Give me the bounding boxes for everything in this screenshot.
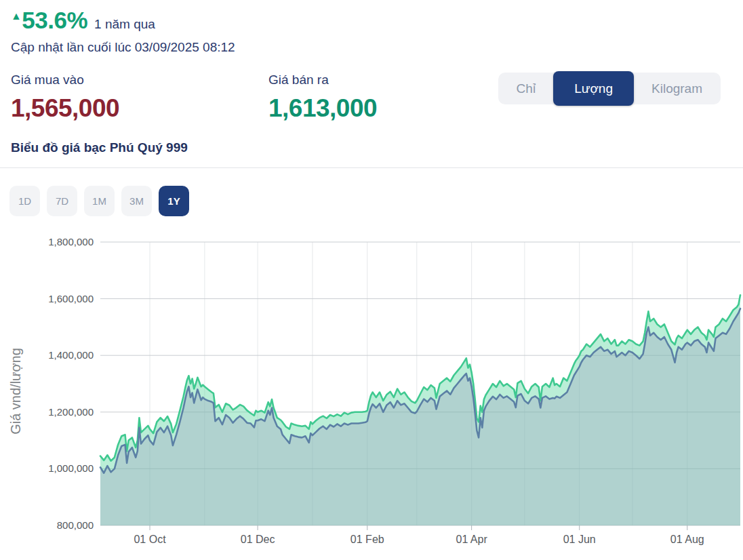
x-tick-label: 01 Oct — [134, 534, 166, 545]
chart-title: Biểu đồ giá bạc Phú Quý 999 — [11, 140, 732, 155]
price-chart[interactable]: 1,800,0001,600,0001,400,0001,200,0001,00… — [0, 228, 743, 547]
sell-price-value: 1,613,000 — [268, 94, 526, 123]
x-tick-label: 01 Dec — [241, 534, 275, 545]
range-selector: 1D 7D 1M 3M 1Y — [9, 186, 743, 216]
sell-price-block: Giá bán ra 1,613,000 — [268, 73, 526, 123]
range-button-1m[interactable]: 1M — [84, 186, 115, 216]
unit-toggle: Chỉ Lượng Kilogram — [498, 73, 721, 104]
y-tick-label: 1,600,000 — [48, 293, 94, 304]
x-tick-label: 01 Jun — [563, 534, 596, 545]
buy-price-block: Giá mua vào 1,565,000 — [11, 73, 268, 123]
change-percent-value: 53.6% — [22, 7, 87, 33]
range-button-3m[interactable]: 3M — [121, 186, 152, 216]
range-button-1y[interactable]: 1Y — [159, 186, 189, 216]
x-tick-label: 01 Apr — [456, 534, 487, 545]
change-row: ▲53.6% 1 năm qua — [11, 7, 732, 34]
buy-price-label: Giá mua vào — [11, 73, 268, 87]
y-axis-title: Giá vnd/lượng — [8, 348, 23, 435]
y-tick-label: 1,400,000 — [48, 349, 94, 361]
period-label: 1 năm qua — [94, 17, 155, 32]
last-updated-text: Cập nhật lần cuối lúc 03/09/2025 08:12 — [11, 40, 732, 55]
range-button-1d[interactable]: 1D — [9, 186, 40, 216]
price-chart-svg[interactable]: 1,800,0001,600,0001,400,0001,200,0001,00… — [0, 228, 743, 547]
unit-option-chi[interactable]: Chỉ — [498, 73, 555, 104]
y-tick-label: 1,200,000 — [48, 406, 94, 418]
up-arrow-icon: ▲ — [11, 10, 21, 22]
divider — [0, 167, 743, 168]
x-tick-label: 01 Feb — [350, 534, 384, 545]
y-tick-label: 1,800,000 — [48, 236, 94, 247]
unit-option-kilogram[interactable]: Kilogram — [633, 73, 721, 104]
y-tick-label: 1,000,000 — [48, 462, 94, 474]
buy-price-value: 1,565,000 — [11, 94, 268, 123]
range-button-7d[interactable]: 7D — [47, 186, 77, 216]
unit-option-luong[interactable]: Lượng — [553, 71, 634, 106]
x-tick-label: 01 Aug — [670, 534, 704, 545]
change-percent: ▲53.6% — [11, 7, 87, 34]
price-row: Giá mua vào 1,565,000 Giá bán ra 1,613,0… — [0, 73, 743, 123]
header: ▲53.6% 1 năm qua Cập nhật lần cuối lúc 0… — [0, 0, 743, 55]
y-tick-label: 800,000 — [57, 519, 94, 531]
sell-price-label: Giá bán ra — [268, 73, 526, 87]
